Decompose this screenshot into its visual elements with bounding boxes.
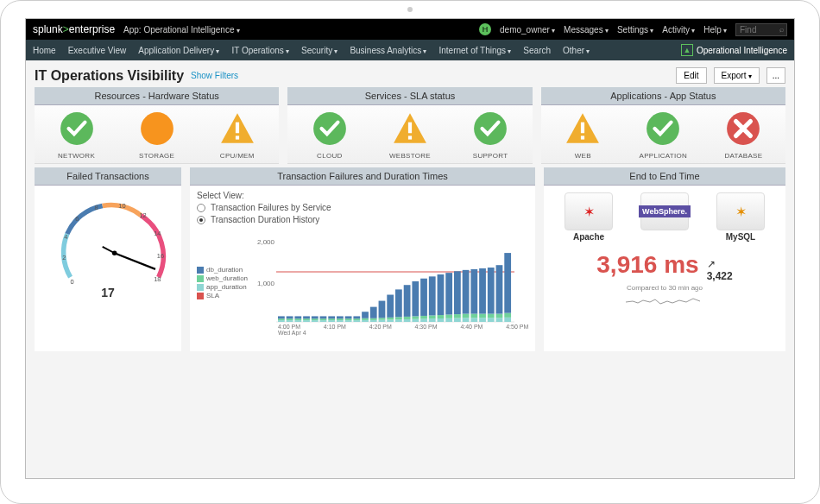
svg-rect-74 [404,319,411,322]
sla-panel: Services - SLA status CLOUDWEBSTORESUPPO… [287,87,532,164]
nav-application-delivery[interactable]: Application Delivery [138,46,219,55]
svg-rect-85 [429,276,436,315]
failed-transactions-header: Failed Transactions [35,167,181,186]
export-button[interactable]: Export [714,67,760,84]
settings-menu[interactable]: Settings [617,25,653,35]
svg-rect-92 [454,318,461,322]
svg-rect-90 [445,315,452,318]
status-webstore[interactable]: WEBSTORE [380,110,440,160]
status-cpumem[interactable]: CPU/MEM [207,110,268,160]
ok-icon [645,110,681,148]
nav-security[interactable]: Security [301,46,337,55]
status-label: SUPPORT [473,152,508,160]
status-cloud[interactable]: CLOUD [300,110,360,160]
status-network[interactable]: NETWORK [47,110,107,160]
user-menu[interactable]: demo_owner [500,25,555,35]
nav-business-analytics[interactable]: Business Analytics [350,46,426,55]
svg-rect-70 [387,295,394,318]
chart-legend: db_durationweb_durationapp_durationSLA [197,265,248,300]
status-application[interactable]: APPLICATION [633,110,693,160]
edit-button[interactable]: Edit [676,67,706,84]
svg-rect-51 [337,318,344,320]
brand-logo[interactable]: splunk>enterprise [33,23,115,35]
svg-rect-37 [294,316,301,318]
gauge-value: 17 [101,286,115,299]
svg-rect-45 [320,318,327,320]
svg-rect-91 [445,273,452,314]
svg-rect-2 [236,123,239,134]
hardware-panel: Resources - Hardware Status NETWORKSTORA… [35,87,279,164]
svg-rect-5 [408,123,412,134]
gauge-chart: 0 2 4 6 8 10 12 14 16 18 [41,189,180,301]
show-filters-link[interactable]: Show Filters [191,71,238,80]
user-avatar[interactable]: H [479,23,491,35]
more-button[interactable]: ... [766,67,785,84]
nav-home[interactable]: Home [33,46,56,55]
svg-rect-87 [438,315,445,318]
svg-text:4:10 PM: 4:10 PM [324,324,346,330]
nav-other[interactable]: Other [563,46,590,55]
e2e-compared-label: Compared to 30 min ago [551,284,779,292]
svg-rect-69 [387,318,394,320]
messages-menu[interactable]: Messages [564,25,609,35]
find-wrap: ⌕ [735,23,787,36]
svg-rect-82 [420,279,427,316]
svg-text:8: 8 [94,204,98,211]
opintel-label: Operational Intelligence [697,46,787,55]
status-support[interactable]: SUPPORT [460,110,520,160]
apps-header: Applications - App Status [541,87,785,105]
radio-failures-by-service[interactable]: Transaction Failures by Service [197,203,528,212]
svg-rect-68 [387,319,394,322]
status-label: WEBSTORE [389,152,431,160]
status-label: CPU/MEM [220,152,255,160]
svg-rect-72 [395,317,402,319]
svg-rect-36 [294,318,301,320]
svg-rect-30 [278,318,285,320]
transaction-failures-panel: Transaction Failures and Duration Times … [190,167,535,351]
top-bar: splunk>enterprise App: Operational Intel… [26,19,794,40]
nav-iot[interactable]: Internet of Things [438,46,511,55]
svg-rect-102 [479,314,486,318]
nav-it-operations[interactable]: IT Operations [231,46,289,55]
radio-duration-history[interactable]: Transaction Duration History [197,215,528,224]
status-label: NETWORK [58,152,95,160]
svg-rect-35 [294,320,301,322]
svg-rect-89 [445,318,452,322]
nav-opintel[interactable]: ▲ Operational Intelligence [681,44,787,56]
activity-menu[interactable]: Activity [662,25,695,35]
svg-rect-77 [412,319,419,322]
help-menu[interactable]: Help [703,25,727,35]
svg-text:2: 2 [62,254,66,261]
svg-rect-105 [488,314,495,318]
svg-rect-39 [303,318,310,320]
svg-rect-106 [488,268,495,314]
svg-rect-84 [429,315,436,318]
svg-rect-49 [328,316,335,318]
svg-rect-52 [337,316,344,318]
err-icon [725,110,761,148]
svg-rect-56 [353,320,360,322]
status-database[interactable]: DATABASE [713,110,773,160]
server-mysql: ✶MySQL [709,192,773,243]
status-web[interactable]: WEB [552,110,613,160]
server-websphere: WebSphere. [633,192,697,243]
svg-rect-61 [362,312,369,318]
nav-search[interactable]: Search [523,46,551,55]
status-label: APPLICATION [640,152,688,160]
warn-icon [219,110,255,148]
ok-icon [312,110,348,148]
ok-icon [59,110,95,148]
svg-rect-86 [438,318,445,322]
svg-rect-73 [395,289,402,317]
svg-text:10: 10 [118,202,125,210]
app-selector[interactable]: App: Operational Intelligence [123,25,240,35]
server-icon: WebSphere. [640,192,689,230]
apps-panel: Applications - App Status WEBAPPLICATION… [541,87,785,164]
svg-rect-108 [496,314,503,318]
svg-rect-62 [370,320,377,322]
nav-executive-view[interactable]: Executive View [68,46,127,55]
status-storage[interactable]: STORAGE [127,110,187,160]
svg-rect-96 [463,314,470,318]
svg-text:4:20 PM: 4:20 PM [369,324,392,330]
svg-rect-63 [370,318,377,320]
